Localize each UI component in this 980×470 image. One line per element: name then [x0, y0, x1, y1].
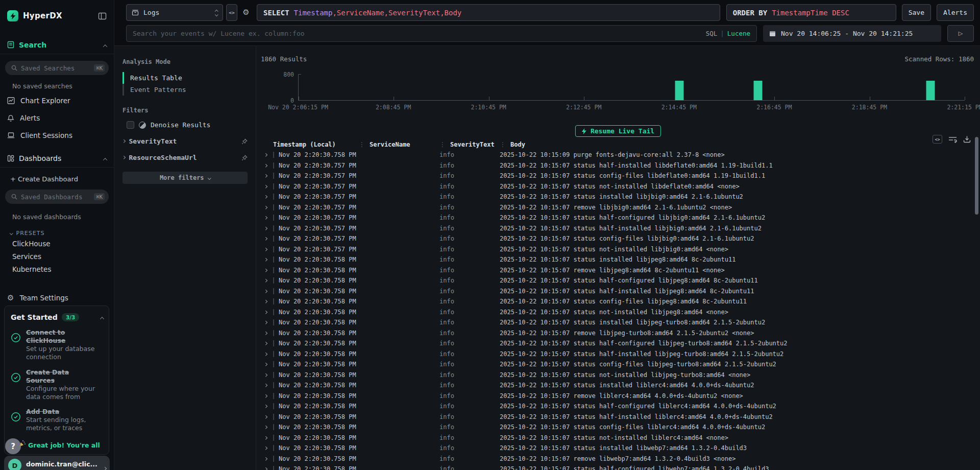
pin-icon[interactable]: [241, 155, 248, 161]
table-row[interactable]: Nov 20 2:20:30.758 PM info 2025-10-22 10…: [258, 296, 973, 307]
table-row[interactable]: Nov 20 2:20:30.758 PM info 2025-10-22 10…: [258, 370, 973, 381]
table-row[interactable]: Nov 20 2:20:30.758 PM info 2025-10-22 10…: [258, 464, 973, 470]
expand-row-icon[interactable]: [258, 468, 273, 470]
column-header-body[interactable]: ⋮Body: [500, 141, 973, 148]
table-row[interactable]: Nov 20 2:20:30.757 PM info 2025-10-22 10…: [258, 202, 973, 213]
sidebar-item-alerts[interactable]: Alerts: [0, 111, 114, 125]
chart-plot[interactable]: [298, 74, 965, 101]
expand-row-icon[interactable]: [258, 311, 273, 314]
table-row[interactable]: Nov 20 2:20:30.758 PM info 2025-10-22 10…: [258, 349, 973, 360]
table-row[interactable]: Nov 20 2:20:30.758 PM info 2025-10-22 10…: [258, 254, 973, 265]
resume-live-tail-button[interactable]: Resume Live Tail: [575, 125, 661, 137]
chart-bar[interactable]: [754, 81, 763, 100]
save-button[interactable]: Save: [902, 4, 931, 21]
table-row[interactable]: Nov 20 2:20:30.758 PM info 2025-10-22 10…: [258, 391, 973, 402]
table-row[interactable]: Nov 20 2:20:30.758 PM info 2025-10-22 10…: [258, 422, 973, 433]
table-row[interactable]: Nov 20 2:20:30.757 PM info 2025-10-22 10…: [258, 192, 973, 202]
expand-row-icon[interactable]: [258, 353, 273, 356]
expand-row-icon[interactable]: [258, 206, 273, 209]
chevron-up-icon[interactable]: [101, 312, 104, 322]
sidebar-item-chart-explorer[interactable]: Chart Explorer: [0, 94, 114, 107]
expand-row-icon[interactable]: [258, 279, 273, 282]
chart-bar[interactable]: [675, 81, 684, 100]
table-row[interactable]: Nov 20 2:20:30.758 PM info 2025-10-22 10…: [258, 412, 973, 422]
table-row[interactable]: Nov 20 2:20:30.757 PM info 2025-10-22 10…: [258, 213, 973, 223]
presets-header[interactable]: PRESETS: [10, 230, 107, 237]
expand-row-icon[interactable]: [258, 395, 273, 397]
more-filters-button[interactable]: More filters: [122, 172, 248, 184]
language-sql[interactable]: SQL: [706, 30, 718, 37]
table-row[interactable]: Nov 20 2:20:30.758 PM info 2025-10-22 10…: [258, 443, 973, 454]
saved-dashboards-input[interactable]: ⌘K: [5, 190, 109, 204]
sidebar-section-dashboards[interactable]: Dashboards: [0, 149, 114, 168]
team-settings-button[interactable]: ⚙ Team Settings: [0, 291, 114, 304]
expand-row-icon[interactable]: [258, 165, 273, 167]
help-button[interactable]: ?: [5, 438, 21, 454]
pin-icon[interactable]: [241, 138, 248, 145]
chart-bar[interactable]: [926, 81, 935, 100]
expand-row-icon[interactable]: [258, 269, 273, 272]
table-row[interactable]: Nov 20 2:20:30.758 PM info 2025-10-22 10…: [258, 275, 973, 286]
column-resize-handle[interactable]: ⋮: [359, 141, 365, 148]
preset-services[interactable]: Services: [0, 251, 114, 262]
expand-row-icon[interactable]: [258, 458, 273, 460]
denoise-checkbox[interactable]: [127, 121, 134, 129]
column-header-severitytext[interactable]: ⋮SeverityText: [439, 141, 500, 148]
sidebar-collapse-icon[interactable]: [98, 12, 107, 20]
expand-row-icon[interactable]: [258, 175, 273, 177]
table-row[interactable]: Nov 20 2:20:30.757 PM info 2025-10-22 10…: [258, 181, 973, 192]
language-toggle[interactable]: SQL|Lucene: [706, 30, 750, 37]
expand-row-icon[interactable]: [258, 290, 273, 293]
table-row[interactable]: Nov 20 2:20:30.758 PM info 2025-10-22 10…: [258, 307, 973, 318]
expand-row-icon[interactable]: [258, 437, 273, 439]
table-row[interactable]: Nov 20 2:20:30.758 PM info 2025-10-22 10…: [258, 317, 973, 328]
table-row[interactable]: Nov 20 2:20:30.758 PM info 2025-10-22 10…: [258, 338, 973, 349]
preset-clickhouse[interactable]: ClickHouse: [0, 238, 114, 249]
column-header-timestamp[interactable]: Timestamp (Local): [273, 141, 359, 148]
source-settings-gear-icon[interactable]: ⚙: [240, 4, 252, 21]
table-row[interactable]: Nov 20 2:20:30.758 PM info 2025-10-22 10…: [258, 150, 973, 160]
expand-row-icon[interactable]: [258, 217, 273, 219]
expand-row-icon[interactable]: [258, 258, 273, 261]
table-row[interactable]: Nov 20 2:20:30.757 PM info 2025-10-22 10…: [258, 233, 973, 244]
get-started-item-sources[interactable]: Create Data Sources Configure where your…: [11, 368, 104, 402]
order-by-input[interactable]: ORDER BYTimestampTime DESC: [726, 4, 896, 21]
table-row[interactable]: Nov 20 2:20:30.758 PM info 2025-10-22 10…: [258, 265, 973, 276]
run-query-button[interactable]: ▷: [947, 25, 974, 42]
table-row[interactable]: Nov 20 2:20:30.758 PM info 2025-10-22 10…: [258, 328, 973, 339]
edit-sql-button[interactable]: <>: [226, 4, 237, 21]
saved-dashboards-field[interactable]: [21, 193, 90, 201]
expand-row-icon[interactable]: [258, 405, 273, 408]
expand-row-icon[interactable]: [258, 300, 273, 303]
expand-row-icon[interactable]: [258, 248, 273, 251]
table-row[interactable]: Nov 20 2:20:30.758 PM info 2025-10-22 10…: [258, 454, 973, 464]
table-row[interactable]: Nov 20 2:20:30.757 PM info 2025-10-22 10…: [258, 171, 973, 181]
expand-row-icon[interactable]: [258, 447, 273, 450]
expand-row-icon[interactable]: [258, 332, 273, 335]
filter-group-resourceschemaurl[interactable]: ResourceSchemaUrl: [122, 154, 248, 161]
get-started-item-add-data[interactable]: Add Data Start sending logs, metrics, or…: [11, 408, 104, 433]
filter-group-severitytext[interactable]: SeverityText: [122, 137, 248, 145]
chevron-up-icon[interactable]: [104, 40, 107, 50]
table-row[interactable]: Nov 20 2:20:30.758 PM info 2025-10-22 10…: [258, 433, 973, 443]
expand-row-icon[interactable]: [258, 374, 273, 377]
expand-row-icon[interactable]: [258, 384, 273, 387]
column-header-servicename[interactable]: ⋮ServiceName: [359, 141, 439, 148]
table-row[interactable]: Nov 20 2:20:30.758 PM info 2025-10-22 10…: [258, 359, 973, 370]
table-row[interactable]: Nov 20 2:20:30.757 PM info 2025-10-22 10…: [258, 223, 973, 234]
table-row[interactable]: Nov 20 2:20:30.757 PM info 2025-10-22 10…: [258, 244, 973, 255]
chevron-up-icon[interactable]: [104, 153, 107, 163]
saved-searches-input[interactable]: ⌘K: [5, 61, 109, 75]
expand-row-icon[interactable]: [258, 196, 273, 198]
saved-searches-field[interactable]: [21, 64, 90, 72]
mode-results-table[interactable]: Results Table: [122, 72, 248, 84]
table-row[interactable]: Nov 20 2:20:30.758 PM info 2025-10-22 10…: [258, 380, 973, 391]
create-dashboard-button[interactable]: + Create Dashboard: [10, 175, 107, 183]
column-resize-handle[interactable]: ⋮: [500, 141, 506, 148]
vertical-scrollbar[interactable]: [975, 137, 978, 215]
column-resize-handle[interactable]: ⋮: [439, 141, 446, 148]
expand-row-icon[interactable]: [258, 363, 273, 366]
event-search-box[interactable]: SQL|Lucene: [126, 25, 757, 42]
get-started-header[interactable]: Get Started 3/3: [11, 312, 104, 322]
table-row[interactable]: Nov 20 2:20:30.757 PM info 2025-10-22 10…: [258, 160, 973, 171]
